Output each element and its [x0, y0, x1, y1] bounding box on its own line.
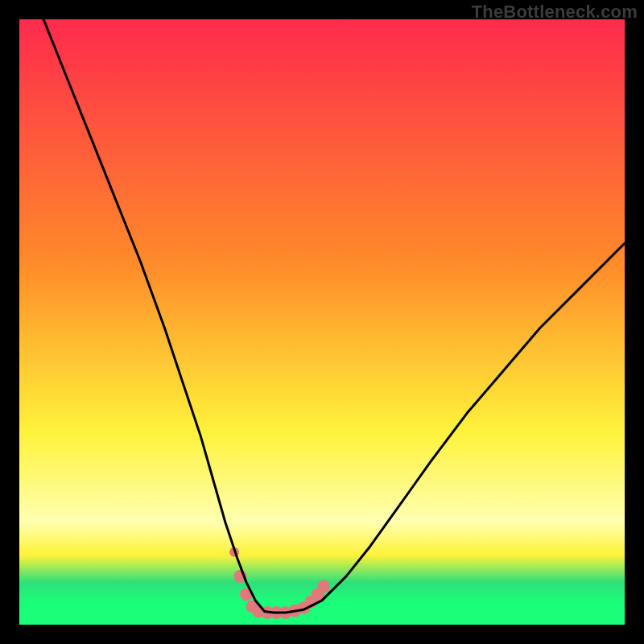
curve-layer [19, 19, 625, 625]
marker-group [229, 547, 330, 619]
marker-dot [317, 580, 330, 593]
bottleneck-curve [43, 19, 625, 613]
plot-area [19, 19, 625, 625]
chart-frame: TheBottleneck.com [0, 0, 644, 644]
watermark-text: TheBottleneck.com [472, 2, 638, 23]
